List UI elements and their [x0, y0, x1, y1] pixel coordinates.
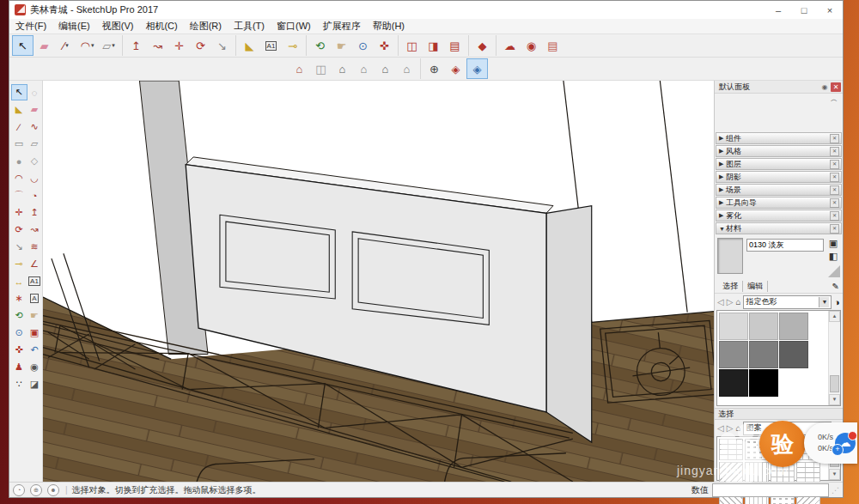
3d-text-tool[interactable]: A: [27, 290, 43, 307]
menu-item-5[interactable]: 工具(T): [228, 20, 271, 33]
siding-pattern[interactable]: [745, 462, 769, 483]
notes-icon[interactable]: ▤: [542, 35, 564, 56]
status-globe-icon[interactable]: ◔: [13, 484, 25, 496]
eraser-tool[interactable]: ▰: [27, 101, 43, 118]
trimble-connect-icon[interactable]: ☁: [499, 35, 521, 56]
send-to-layout-icon[interactable]: ▤: [444, 35, 466, 56]
section-close-icon[interactable]: ✕: [830, 173, 839, 182]
section-plane-tool[interactable]: ◪: [27, 376, 43, 392]
rotate-tool[interactable]: ⟳: [190, 35, 211, 56]
section-close-icon[interactable]: ✕: [830, 211, 839, 221]
download-speed-overlay[interactable]: 0K/s 0K/s ☁ +: [804, 422, 857, 464]
rectangle-tool[interactable]: ▱▾: [98, 35, 119, 56]
center-view[interactable]: ⊕: [423, 58, 445, 79]
dropdown-caret-icon[interactable]: ▾: [91, 42, 94, 49]
push-pull-tool[interactable]: ↥: [125, 35, 147, 56]
lasso-tool[interactable]: ◌: [27, 84, 43, 100]
herringbone-pattern[interactable]: [719, 462, 743, 483]
color-swatch-4[interactable]: [749, 341, 778, 368]
freehand-tool[interactable]: ∿: [27, 118, 43, 135]
line-tool[interactable]: ∕▾: [55, 35, 76, 56]
section-close-icon[interactable]: ✕: [830, 224, 839, 234]
menu-item-7[interactable]: 扩展程序: [317, 20, 367, 33]
dropdown-caret-icon[interactable]: ▼: [819, 297, 829, 307]
zoom-tool[interactable]: ⊙: [352, 35, 374, 56]
create-material-icon[interactable]: ◧: [829, 251, 838, 262]
move-tool[interactable]: ✛: [11, 204, 27, 221]
section-close-icon[interactable]: ✕: [830, 160, 839, 169]
tab-edit[interactable]: 编辑: [743, 281, 768, 292]
look-around-tool[interactable]: ◉: [27, 359, 43, 375]
circle-tool[interactable]: ●: [11, 153, 27, 169]
follow-me-tool[interactable]: ↝: [147, 35, 168, 56]
color-swatch-3[interactable]: [719, 341, 748, 368]
menu-item-4[interactable]: 绘图(R): [184, 20, 228, 33]
colors-dropdown[interactable]: 指定色彩 ▼: [743, 295, 832, 309]
minimize-button[interactable]: –: [765, 5, 791, 15]
tape-measure-tool[interactable]: ⊸: [282, 35, 303, 56]
style-gem-icon[interactable]: ◆: [472, 35, 493, 56]
arc-tool[interactable]: ◠▾: [76, 35, 98, 56]
view-top[interactable]: ◫: [310, 58, 332, 79]
pan-tool[interactable]: ☛: [27, 307, 43, 324]
menu-item-3[interactable]: 相机(C): [139, 20, 183, 33]
menu-item-2[interactable]: 视图(V): [96, 20, 140, 33]
scroll-down-icon[interactable]: ▼: [829, 469, 840, 480]
extension-warehouse-icon[interactable]: ◨: [423, 35, 444, 56]
menu-item-6[interactable]: 窗口(W): [271, 20, 317, 33]
view-front[interactable]: ⌂: [332, 58, 353, 79]
3d-warehouse-icon[interactable]: ◫: [401, 35, 423, 56]
view-right[interactable]: ⌂: [396, 58, 417, 79]
scale-tool[interactable]: ↘: [11, 239, 27, 255]
view-iso[interactable]: ⌂: [289, 58, 310, 79]
previous-view-tool[interactable]: ↶: [27, 342, 43, 358]
section-工具向导[interactable]: ▶工具向导✕: [716, 197, 842, 209]
collapse-chevron-icon[interactable]: ︿: [715, 94, 843, 103]
tape-measure-tool[interactable]: ⊸: [11, 256, 27, 272]
text-tool[interactable]: A1: [260, 35, 282, 56]
section-雾化[interactable]: ▶雾化✕: [716, 209, 842, 222]
maximize-button[interactable]: □: [791, 5, 817, 15]
rotate-tool[interactable]: ⟳: [11, 222, 27, 238]
walk-tool[interactable]: ∵: [11, 376, 27, 392]
section-组件[interactable]: ▶组件✕: [716, 132, 842, 144]
status-geolocate-icon[interactable]: ⊕: [30, 484, 42, 496]
move-tool[interactable]: ✛: [168, 35, 190, 56]
two-point-arc-tool[interactable]: ◡: [27, 170, 43, 186]
color-swatch-6[interactable]: [719, 369, 748, 397]
orbit-tool[interactable]: ⟲: [309, 35, 331, 56]
home-icon[interactable]: ⌂: [735, 297, 740, 307]
follow-me-tool[interactable]: ↝: [27, 222, 43, 238]
placemark-icon[interactable]: ◉: [521, 35, 542, 56]
section-图层[interactable]: ▶图层✕: [716, 158, 842, 170]
view-back[interactable]: ⌂: [353, 58, 375, 79]
zoom-extents-tool[interactable]: ✜: [374, 35, 395, 56]
pie-tool[interactable]: ◔: [27, 187, 43, 203]
dimension-tool[interactable]: ↔: [11, 273, 27, 289]
scroll-thumb[interactable]: [830, 375, 839, 392]
menu-item-1[interactable]: 编辑(E): [52, 20, 96, 33]
section-场景[interactable]: ▶场景✕: [716, 184, 842, 196]
cloud-download-icon[interactable]: ☁ +: [835, 433, 856, 453]
color-swatch-5[interactable]: [779, 341, 808, 368]
dropdown-caret-icon[interactable]: ▾: [65, 42, 69, 49]
color-swatch-0[interactable]: [719, 313, 748, 340]
text-tool[interactable]: A1: [27, 273, 43, 289]
scroll-down-icon[interactable]: ▼: [829, 394, 840, 405]
section-close-icon[interactable]: ✕: [830, 198, 839, 208]
display-pane-icon[interactable]: ▣: [829, 238, 838, 249]
line-tool[interactable]: ∕: [11, 118, 27, 135]
zoom-tool[interactable]: ⊙: [11, 325, 27, 341]
in-model-icon[interactable]: ◑: [834, 297, 840, 307]
zoom-extents-tool[interactable]: ✜: [11, 342, 27, 358]
section-阴影[interactable]: ▶阴影✕: [716, 171, 842, 183]
position-camera-tool[interactable]: ♟: [11, 359, 27, 375]
orbit-tool[interactable]: ⟲: [11, 307, 27, 324]
forward-arrow-icon[interactable]: ▷: [727, 423, 734, 433]
add-icon[interactable]: +: [832, 444, 844, 456]
swatch-scrollbar[interactable]: ▲ ▼: [828, 311, 840, 405]
color-swatch-7[interactable]: [749, 369, 778, 397]
paint-bucket-tool[interactable]: ◣: [11, 101, 27, 118]
select-tool[interactable]: ↖: [11, 84, 27, 100]
resize-grip[interactable]: ⋰: [832, 486, 839, 495]
